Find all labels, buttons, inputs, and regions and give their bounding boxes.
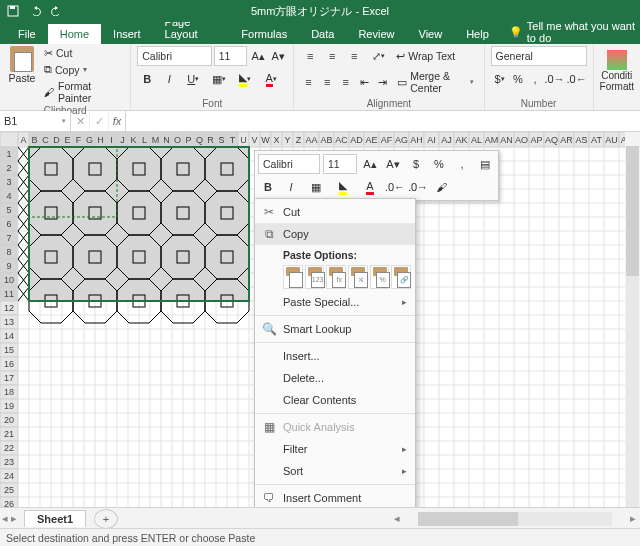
paste-values[interactable]: 123	[305, 265, 325, 289]
number-format-select[interactable]: General	[491, 46, 587, 66]
ctx-paste-label: Paste Options:	[255, 245, 415, 263]
paste-button[interactable]: Paste	[6, 46, 38, 105]
comma-button[interactable]: ,	[528, 69, 543, 89]
ctx-insert[interactable]: Insert...	[255, 345, 415, 367]
wrap-text-button[interactable]: ↩Wrap Text	[392, 49, 459, 63]
ctx-delete[interactable]: Delete...	[255, 367, 415, 389]
align-right-button[interactable]: ≡	[337, 72, 354, 92]
mini-font-color[interactable]: A	[358, 177, 382, 197]
merge-center-button[interactable]: ▭Merge & Center▾	[393, 69, 477, 95]
scrollbar-horizontal[interactable]: ◂▸	[390, 507, 640, 529]
ctx-filter[interactable]: Filter▸	[255, 438, 415, 460]
mini-inc-dec[interactable]: .0→	[408, 177, 428, 197]
add-sheet-button[interactable]: +	[94, 509, 118, 529]
tab-formulas[interactable]: Formulas	[229, 24, 299, 44]
grow-font-button[interactable]: A▴	[249, 46, 267, 66]
tab-data[interactable]: Data	[299, 24, 346, 44]
font-size-select[interactable]: 11	[214, 46, 247, 66]
svg-text:1: 1	[6, 149, 11, 159]
save-button[interactable]	[4, 2, 22, 20]
ctx-smart-lookup[interactable]: 🔍Smart Lookup	[255, 318, 415, 340]
tab-view[interactable]: View	[407, 24, 455, 44]
mini-font-select[interactable]: Calibri	[258, 154, 320, 174]
mini-fill[interactable]: ◣	[331, 177, 355, 197]
svg-text:W: W	[261, 135, 270, 145]
mini-bold[interactable]: B	[258, 177, 278, 197]
ctx-paste-special[interactable]: Paste Special...▸	[255, 291, 415, 313]
shrink-font-button[interactable]: A▾	[269, 46, 287, 66]
mini-percent[interactable]: %	[429, 154, 449, 174]
fill-color-button[interactable]: ◣▾	[233, 69, 257, 89]
fx-icon[interactable]: fx	[109, 111, 126, 131]
redo-button[interactable]	[48, 2, 66, 20]
svg-text:AP: AP	[530, 135, 542, 145]
worksheet[interactable]: ABCDEFGHIJKLMNOPQRSTUVWXYZAAABACADAEAFAG…	[0, 132, 640, 544]
svg-text:F: F	[76, 135, 82, 145]
mini-size-select[interactable]: 11	[323, 154, 357, 174]
mini-painter[interactable]: 🖌	[431, 177, 451, 197]
inc-decimal-button[interactable]: .0→	[545, 69, 565, 89]
paste-all[interactable]	[283, 265, 303, 289]
paste-link[interactable]: 🔗	[391, 265, 411, 289]
paste-formatting[interactable]: %	[370, 265, 390, 289]
ctx-cut[interactable]: ✂Cut	[255, 201, 415, 223]
tab-help[interactable]: Help	[454, 24, 501, 44]
mini-grow-font[interactable]: A▴	[360, 154, 380, 174]
align-center-button[interactable]: ≡	[319, 72, 336, 92]
border-button[interactable]: ▦▾	[207, 69, 231, 89]
paste-formulas[interactable]: fx	[326, 265, 346, 289]
format-painter-button[interactable]: 🖌Format Painter	[42, 79, 124, 105]
bold-button[interactable]: B	[137, 69, 157, 89]
name-box[interactable]: B1▾	[0, 111, 71, 131]
svg-text:AB: AB	[320, 135, 332, 145]
svg-text:15: 15	[4, 345, 14, 355]
tab-home[interactable]: Home	[48, 24, 101, 44]
ctx-comment[interactable]: 🗨Insert Comment	[255, 487, 415, 509]
tab-insert[interactable]: Insert	[101, 24, 153, 44]
paste-transpose[interactable]: ⤭	[348, 265, 368, 289]
tab-nav[interactable]: ◂ ▸	[2, 512, 17, 525]
svg-text:D: D	[53, 135, 60, 145]
svg-text:13: 13	[4, 317, 14, 327]
ctx-clear[interactable]: Clear Contents	[255, 389, 415, 411]
font-color-button[interactable]: A▾	[259, 69, 283, 89]
mini-shrink-font[interactable]: A▾	[383, 154, 403, 174]
svg-rect-2	[0, 132, 18, 147]
tab-file[interactable]: File	[6, 24, 48, 44]
ctx-sort[interactable]: Sort▸	[255, 460, 415, 482]
inc-indent-button[interactable]: ⇥	[375, 72, 392, 92]
svg-text:25: 25	[4, 485, 14, 495]
accounting-button[interactable]: $▾	[491, 69, 509, 89]
svg-text:Z: Z	[296, 135, 302, 145]
tell-me[interactable]: 💡 Tell me what you want to do	[509, 20, 640, 44]
align-left-button[interactable]: ≡	[300, 72, 317, 92]
dec-decimal-button[interactable]: .0←	[567, 69, 587, 89]
formula-input[interactable]	[126, 111, 640, 131]
tab-review[interactable]: Review	[346, 24, 406, 44]
align-bottom-button[interactable]: ≡	[344, 46, 364, 66]
svg-text:AN: AN	[500, 135, 513, 145]
sheet-tab-1[interactable]: Sheet1	[24, 510, 86, 527]
copy-button[interactable]: ⧉Copy▾	[42, 62, 124, 77]
mini-accounting[interactable]: $	[406, 154, 426, 174]
undo-button[interactable]	[26, 2, 44, 20]
mini-dec-dec[interactable]: .0←	[385, 177, 405, 197]
underline-button[interactable]: U▾	[181, 69, 205, 89]
scrollbar-vertical[interactable]	[625, 132, 640, 544]
svg-text:J: J	[120, 135, 125, 145]
align-top-button[interactable]: ≡	[300, 46, 320, 66]
ctx-copy[interactable]: ⧉Copy	[255, 223, 415, 245]
cut-button[interactable]: ✂Cut	[42, 46, 124, 60]
mini-cond-icon[interactable]: ▤	[475, 154, 495, 174]
dec-indent-button[interactable]: ⇤	[356, 72, 373, 92]
mini-italic[interactable]: I	[281, 177, 301, 197]
mini-border[interactable]: ▦	[304, 177, 328, 197]
group-font: Calibri 11 A▴ A▾ B I U▾ ▦▾ ◣▾ A▾ Font	[131, 44, 294, 110]
cond-format-icon[interactable]	[607, 50, 627, 70]
mini-comma[interactable]: ,	[452, 154, 472, 174]
percent-button[interactable]: %	[510, 69, 525, 89]
align-middle-button[interactable]: ≡	[322, 46, 342, 66]
italic-button[interactable]: I	[159, 69, 179, 89]
font-name-select[interactable]: Calibri	[137, 46, 211, 66]
orientation-button[interactable]: ⤢▾	[366, 46, 390, 66]
